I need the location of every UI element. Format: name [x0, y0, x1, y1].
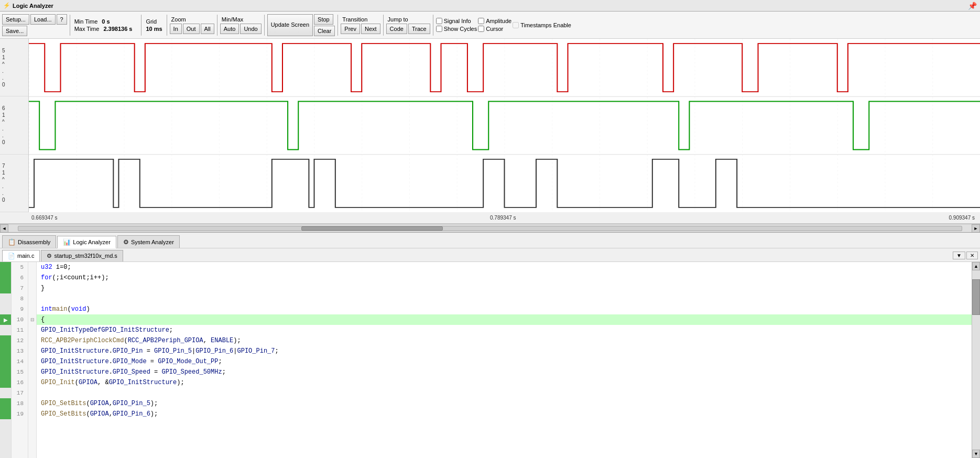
code-line-13: GPIO_InitStructure.GPIO_Pin = GPIO_Pin_5… [37, 346, 972, 356]
cm-5 [28, 262, 36, 272]
zoom-all-button[interactable]: All [201, 24, 214, 34]
checkbox-group3: Timestamps Enable [513, 22, 571, 28]
code-button[interactable]: Code [386, 24, 407, 34]
zoom-out-button[interactable]: Out [183, 24, 200, 34]
gutter-16 [0, 377, 11, 388]
vscroll-track[interactable] [972, 270, 980, 450]
code-line-14: GPIO_InitStructure.GPIO_Mode = GPIO_Mode… [37, 356, 972, 367]
cm-10[interactable]: ⊟ [28, 314, 36, 325]
time-group: Min Time 0 s Max Time 2.398136 s [73, 18, 139, 32]
code-line-6: for(;i<count;i++); [37, 272, 972, 283]
cm-17 [28, 388, 36, 398]
system-icon: ⚙ [123, 238, 129, 246]
gutter-14 [0, 356, 11, 367]
scrollbar-track[interactable] [18, 226, 962, 231]
scroll-up-btn[interactable]: ▲ [972, 262, 980, 270]
ln-13: 13 [12, 346, 26, 356]
code-line-7: } [37, 283, 972, 293]
transition-group: Transition Prev Next [341, 16, 380, 34]
tab-logic-analyzer[interactable]: 📊 Logic Analyzer [57, 236, 116, 248]
code-line-18: GPIO_SetBits(GPIOA,GPIO_Pin_5); [37, 398, 972, 409]
sep5 [264, 15, 265, 36]
zoom-in-button[interactable]: In [170, 24, 182, 34]
tab-system-analyzer[interactable]: ⚙ System Analyzer [117, 235, 180, 248]
minmax-group: Min/Max Auto Undo [220, 16, 262, 34]
file-icon: 📄 [8, 253, 15, 259]
ln-8: 8 [12, 293, 26, 304]
scroll-right-btn[interactable]: ► [972, 224, 980, 233]
grid-group: Grid 10 ms [144, 18, 164, 32]
prev-button[interactable]: Prev [341, 24, 360, 34]
save-button[interactable]: Save... [2, 26, 27, 36]
vscroll-thumb[interactable] [972, 279, 980, 315]
timestamps-checkbox[interactable] [513, 22, 519, 28]
ln-15: 15 [12, 367, 26, 377]
amplitude-checkbox[interactable] [478, 18, 484, 24]
vertical-scrollbar[interactable]: ▲ ▼ [972, 262, 980, 458]
ln-19: 19 [12, 409, 26, 419]
max-time-label: Max Time [73, 26, 101, 32]
help-button[interactable]: ? [57, 14, 67, 25]
code-gutter: ▶ [0, 262, 12, 458]
gutter-6 [0, 272, 11, 283]
code-tab-controls: ▼ ✕ [953, 252, 978, 259]
time-bar: 0.669347 s 0.789347 s 0.909347 s [0, 212, 980, 224]
tab-disassembly-label: Disassembly [18, 239, 50, 245]
trace-button[interactable]: Trace [408, 24, 430, 34]
tab-dropdown-btn[interactable]: ▼ [953, 252, 965, 259]
scroll-left-btn[interactable]: ◄ [0, 224, 8, 233]
ln-7: 7 [12, 283, 26, 293]
update-screen-button[interactable]: Update Screen [267, 14, 313, 36]
code-tab-main[interactable]: 📄 main.c [2, 250, 40, 261]
cm-8 [28, 293, 36, 304]
cm-7 [28, 283, 36, 293]
signal-label-5: 5 1 ^ . . 0 [0, 39, 28, 96]
gutter-11 [0, 325, 11, 335]
tab-close-btn[interactable]: ✕ [966, 252, 978, 259]
signal-plot-area[interactable] [29, 39, 980, 212]
ln-11: 11 [12, 325, 26, 335]
next-button[interactable]: Next [361, 24, 380, 34]
code-tab-startup[interactable]: ⚙ startup_stm32f10x_md.s [41, 250, 123, 261]
ln-14: 14 [12, 356, 26, 367]
code-line-12: RCC_APB2PeriphClockCmd(RCC_APB2Periph_GP… [37, 335, 972, 346]
code-line-19: GPIO_SetBits(GPIOA,GPIO_Pin_6); [37, 409, 972, 419]
time-left: 0.669347 s [31, 215, 58, 221]
scroll-down-btn[interactable]: ▼ [972, 450, 980, 458]
ln-18: 18 [12, 398, 26, 409]
clear-button[interactable]: Clear [314, 26, 335, 36]
gear-icon: ⚙ [47, 253, 52, 259]
scrollbar-thumb[interactable] [301, 226, 443, 231]
sep4 [217, 15, 217, 36]
cursor-checkbox[interactable] [478, 26, 484, 32]
show-cycles-checkbox[interactable] [436, 26, 442, 32]
signal-label-6: 6 1 ^ . . 0 [0, 96, 28, 154]
code-tabs: 📄 main.c ⚙ startup_stm32f10x_md.s ▼ ✕ [0, 248, 980, 262]
toolbar: Setup... Load... ? Save... Min Time 0 s … [0, 12, 980, 39]
setup-button[interactable]: Setup... [2, 14, 29, 25]
setup-group: Setup... Load... ? Save... [2, 14, 67, 36]
signal-info-checkbox[interactable] [436, 18, 442, 24]
tab-disassembly[interactable]: 📋 Disassembly [2, 235, 56, 248]
gutter-15 [0, 367, 11, 377]
scrollbar-area[interactable]: ◄ ► [0, 224, 980, 232]
code-lines: u32 i=0; for(;i<count;i++); } int main(v… [37, 262, 972, 458]
load-button[interactable]: Load... [30, 14, 56, 25]
tab-logic-label: Logic Analyzer [73, 239, 111, 245]
line-numbers: 5 6 7 8 9 10 11 12 13 14 15 16 17 18 19 [12, 262, 28, 458]
code-line-5: u32 i=0; [37, 262, 972, 272]
cm-11 [28, 325, 36, 335]
sep2 [141, 15, 141, 36]
title-pin[interactable]: 📌 [968, 2, 977, 10]
gutter-13 [0, 346, 11, 356]
auto-button[interactable]: Auto [220, 24, 239, 34]
grid-value: 10 ms [144, 26, 164, 32]
stop-button[interactable]: Stop [314, 14, 333, 25]
checkbox-group2: Amplitude Cursor [478, 18, 511, 32]
transition-label: Transition [341, 16, 369, 23]
gutter-8 [0, 293, 11, 304]
time-right: 0.909347 s [949, 215, 975, 221]
cm-6 [28, 272, 36, 283]
undo-button[interactable]: Undo [240, 24, 261, 34]
title-bar: ⚡ Logic Analyzer 📌 [0, 0, 980, 12]
